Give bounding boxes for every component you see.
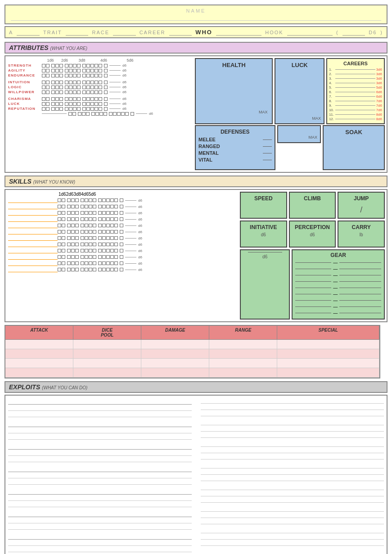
skill-d6-10[interactable] [125,257,136,257]
skill-d6-11[interactable] [125,263,136,264]
skill-name-12[interactable] [8,267,58,272]
career-12: 12.8d6 [329,117,382,121]
attr-row-luck-stat: LUCK d6 [8,102,190,106]
defense-ranged-val[interactable] [263,146,272,147]
attack-3[interactable] [5,359,73,368]
custom-underline[interactable] [136,113,147,114]
range-1[interactable] [209,340,277,349]
who-field[interactable] [216,29,261,36]
attr-dh4: 4d6 [91,58,116,63]
defense-melee-val[interactable] [263,140,272,140]
perception-val: d6 [292,232,333,237]
skill-d6-4[interactable] [125,219,136,220]
exploit-1 [8,398,192,417]
defense-vital-label: VITAL [198,157,212,162]
hook-field[interactable] [287,29,333,36]
strength-underline[interactable] [109,65,121,66]
race-label: RACE [92,30,109,35]
trait-field[interactable] [66,29,89,36]
career-field[interactable] [169,29,192,36]
skill-row-5: d6 [8,223,235,228]
skill-row-10: d6 [8,254,235,260]
skill-d6-3[interactable] [125,213,136,213]
perception-box: PERCEPTION d6 [289,221,336,248]
race-field[interactable] [113,29,136,36]
skill-d6-5[interactable] [125,225,136,226]
skill-d6-1[interactable] [125,200,136,201]
skill-name-11[interactable] [8,261,58,266]
defense-vital-val[interactable] [263,160,272,160]
attack-2[interactable] [5,349,73,358]
name-input[interactable] [11,14,381,21]
charisma-underline[interactable] [109,99,121,99]
special-4[interactable] [277,368,379,377]
initiative-label: INITIATIVE [243,224,284,230]
who-label: WHO [195,29,212,36]
damage-1[interactable] [141,340,209,349]
gear-box: GEAR — — — — — — — — — [292,249,385,320]
skill-d6-2[interactable] [125,207,136,207]
skill-name-9[interactable] [8,248,58,253]
range-3[interactable] [209,359,277,368]
skills-sub: (WHAT YOU KNOW) [33,180,76,185]
health-title: HEALTH [198,62,269,68]
special-2[interactable] [277,349,379,358]
skill-name-5[interactable] [8,223,58,228]
exploit-7 [8,533,192,552]
reputation-underline[interactable] [109,108,121,109]
skill-d6-8[interactable] [125,244,136,245]
skill-name-3[interactable] [8,210,58,216]
combat-row-2 [5,349,379,359]
attack-4[interactable] [5,368,73,377]
skill-name-6[interactable] [8,229,58,234]
skill-name-4[interactable] [8,216,58,222]
skill-row-1: d6 [8,198,235,203]
skill-header-row: 1d6 2d6 3d8 4d6 5d6 [8,192,235,197]
dice-2[interactable] [73,349,141,358]
defense-ranged-label: RANGED [198,144,220,149]
skill-d6-9[interactable] [125,251,136,251]
skill-grid-mid: INITIATIVE d6 PERCEPTION d6 CARRY lb [240,221,385,248]
attack-1[interactable] [5,340,73,349]
careers-box: CAREERS 1.3d6 2.3d6 3.3d6 4.3d6 5.5d6 6.… [326,58,385,124]
damage-4[interactable] [141,368,209,377]
dice-1[interactable] [73,340,141,349]
special-3[interactable] [277,359,379,368]
skill-row-2: d6 [8,204,235,209]
dice-3[interactable] [73,359,141,368]
willpower-underline[interactable] [109,92,121,92]
attr-row-agility: AGILITY d6 [8,68,190,72]
damage-3[interactable] [141,359,209,368]
special-1[interactable] [277,340,379,349]
jump-box: JUMP / [338,192,385,219]
skill-d6-12[interactable] [125,270,136,270]
a-field[interactable] [17,29,40,36]
skill-name-1[interactable] [8,198,58,203]
skill-d6-7[interactable] [125,238,136,239]
endurance-underline[interactable] [109,75,121,76]
d6-field[interactable] [342,29,365,36]
dice-4[interactable] [73,368,141,377]
luck-stat-underline[interactable] [109,104,121,104]
skill-name-2[interactable] [8,204,58,209]
agility-underline[interactable] [109,70,121,71]
skill-name-10[interactable] [8,254,58,260]
intuition-underline[interactable] [109,82,121,82]
combat-table: ATTACK DICEPOOL DAMAGE RANGE SPECIAL [5,325,380,378]
extra-skill-box: d6 [240,249,290,320]
skill-dh1: 1d6 [59,192,66,197]
skill-row-4: d6 [8,216,235,222]
range-2[interactable] [209,349,277,358]
skill-name-8[interactable] [8,242,58,247]
combat-header: ATTACK DICEPOOL DAMAGE RANGE SPECIAL [5,326,379,340]
attr-label-intuition: INTUITION [8,80,42,84]
career-1: 1.3d6 [329,68,382,72]
logic-underline[interactable] [109,87,121,87]
damage-2[interactable] [141,349,209,358]
range-4[interactable] [209,368,277,377]
skill-d6-6[interactable] [125,232,136,232]
exploit-r4 [201,463,384,481]
exploit-r3 [201,441,384,459]
defense-mental-val[interactable] [263,153,272,153]
skill-name-7[interactable] [8,235,58,241]
